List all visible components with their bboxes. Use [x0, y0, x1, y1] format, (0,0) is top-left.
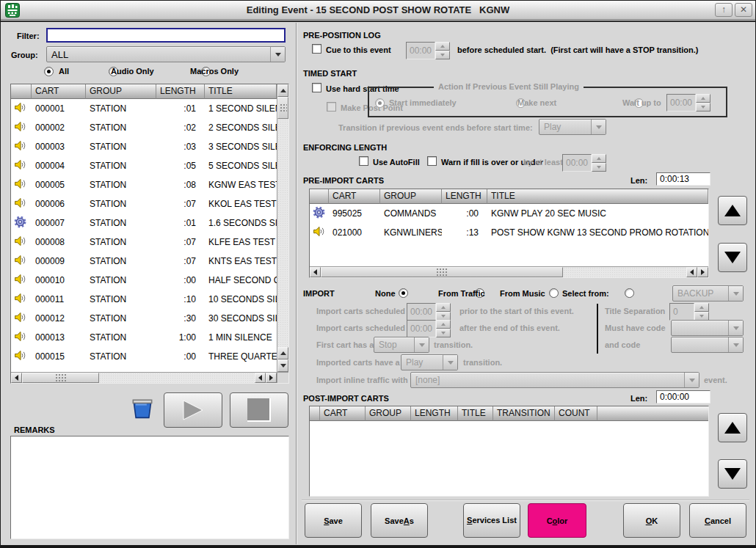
group-select[interactable]: ALL: [46, 46, 286, 62]
col-count[interactable]: COUNT: [555, 406, 597, 421]
vscroll-track[interactable]: [277, 119, 288, 347]
pre-import-row[interactable]: 995025 COMMANDS :00 KGNW PLAY 20 SEC MUS…: [310, 204, 708, 223]
cue-to-event-checkbox[interactable]: [312, 44, 321, 54]
cart-list-row[interactable]: 000013 STATION 1:00 1 MIN SILENCE: [11, 328, 277, 347]
cancel-button[interactable]: Cancel: [689, 503, 746, 538]
col-icon: [310, 189, 329, 204]
scroll-right-icon[interactable]: [266, 373, 277, 383]
cart-list-row[interactable]: 000001 STATION :01 1 SECOND SILEN: [11, 99, 277, 118]
col-group[interactable]: GROUP: [86, 84, 156, 99]
play-cart-button[interactable]: [164, 392, 222, 428]
scroll-left-icon[interactable]: [686, 267, 697, 277]
save-button[interactable]: Save: [305, 503, 362, 538]
import-select-from-label[interactable]: Select from:: [562, 289, 609, 298]
cart-list-row[interactable]: 000006 STATION :07 KKOL EAS TEST IN: [11, 194, 277, 213]
scroll-left-icon[interactable]: [11, 373, 22, 383]
import-traffic-label[interactable]: From Traffic: [438, 289, 485, 298]
pre-import-hscrollbar[interactable]: [310, 266, 708, 277]
cart-number: 000005: [32, 180, 86, 190]
radio-all[interactable]: [44, 67, 54, 76]
cart-number: 000011: [32, 294, 86, 304]
cart-list-row[interactable]: 000011 STATION :10 10 SECONDS SILE: [11, 290, 277, 309]
chevron-down-icon: [414, 337, 429, 352]
previous-event-groupbox-title: Action If Previous Event Still Playing: [434, 82, 584, 91]
col-title[interactable]: TITLE: [205, 84, 277, 99]
cart-list-row[interactable]: 000003 STATION :03 3 SECONDS SILEN: [11, 137, 277, 156]
import-none-label[interactable]: None: [375, 289, 396, 298]
edit-event-window: Editing Event - 15 SECOND POST SHOW ROTA…: [0, 0, 756, 548]
pre-import-move-down-button[interactable]: [718, 243, 747, 272]
scroll-up-icon[interactable]: [277, 84, 288, 97]
col-length[interactable]: LENGTH: [156, 84, 205, 99]
hscroll-track[interactable]: [99, 373, 255, 383]
col-length[interactable]: LENGTH: [442, 189, 487, 204]
col-transition[interactable]: TRANSITION: [493, 406, 555, 421]
cart-list-row[interactable]: 000005 STATION :08 KGNW EAS TEST: [11, 175, 277, 194]
radio-macros-only-label[interactable]: Macros Only: [190, 67, 239, 76]
hscroll-thumb[interactable]: [22, 373, 99, 383]
cart-title: 30 SECONDS SILE: [205, 313, 277, 324]
scroll-right-icon[interactable]: [697, 267, 708, 277]
up-arrow-icon: [724, 205, 741, 216]
cart-list-row[interactable]: 000012 STATION :30 30 SECONDS SILE: [11, 309, 277, 328]
cart-list-vscrollbar[interactable]: [277, 84, 288, 383]
trash-drop-icon[interactable]: [128, 395, 156, 425]
ok-button[interactable]: OK: [623, 503, 680, 538]
col-title[interactable]: TITLE: [458, 406, 493, 421]
import-select-from-radio[interactable]: [625, 288, 634, 298]
prior-suffix-label: prior to the start of this event.: [459, 307, 574, 315]
hscroll-thumb[interactable]: [321, 267, 563, 277]
close-button[interactable]: ✕: [735, 3, 752, 17]
hard-start-checkbox[interactable]: [312, 83, 321, 92]
scroll-up-icon[interactable]: [277, 347, 288, 359]
cart-length: :01: [156, 103, 205, 114]
cue-to-event-label[interactable]: Cue to this event: [326, 45, 391, 54]
scroll-left-icon[interactable]: [310, 267, 321, 277]
radio-audio-only-label[interactable]: Audio Only: [111, 67, 154, 76]
col-title[interactable]: TITLE: [487, 189, 708, 204]
cart-length: :01: [156, 218, 205, 228]
color-button[interactable]: Color: [528, 503, 586, 538]
import-none-radio[interactable]: [399, 288, 408, 298]
filter-input[interactable]: [46, 28, 286, 43]
post-import-rows[interactable]: [310, 421, 708, 496]
chevron-down-icon[interactable]: [270, 47, 285, 62]
cart-list-row[interactable]: 000008 STATION :07 KLFE EAS TEST IN: [11, 233, 277, 252]
autofill-checkbox[interactable]: [359, 156, 368, 166]
stop-cart-button[interactable]: [230, 392, 288, 428]
cart-list-row[interactable]: 000004 STATION :05 5 SECONDS SILEN: [11, 156, 277, 175]
vscroll-thumb[interactable]: [277, 97, 288, 119]
col-group[interactable]: GROUP: [366, 406, 411, 421]
cart-list-row[interactable]: 000007 STATION :01 1.6 SECONDS SIL: [11, 213, 277, 233]
post-import-move-up-button[interactable]: [718, 413, 747, 442]
scroll-down-icon[interactable]: [277, 359, 288, 372]
cart-list-hscrollbar[interactable]: [11, 372, 277, 383]
col-length[interactable]: LENGTH: [411, 406, 458, 421]
sched-prior-label: Import carts scheduled: [316, 307, 405, 315]
cart-list-row[interactable]: 000010 STATION :00 HALF SECOND OF: [11, 271, 277, 290]
titlebar[interactable]: Editing Event - 15 SECOND POST SHOW ROTA…: [1, 1, 755, 20]
cart-list-row[interactable]: 000015 STATION :00 THREE QUARTER: [11, 347, 277, 366]
cart-list-row[interactable]: 000009 STATION :07 KNTS EAS TEST IN: [11, 252, 277, 271]
must-have-code-label: Must have code: [605, 324, 666, 332]
scroll-left-icon[interactable]: [255, 373, 266, 383]
autofill-label[interactable]: Use AutoFill: [373, 158, 420, 167]
post-import-move-down-button[interactable]: [718, 459, 747, 489]
remarks-textarea[interactable]: [10, 436, 289, 539]
import-music-label[interactable]: From Music: [500, 289, 545, 298]
radio-all-label[interactable]: All: [59, 67, 69, 76]
col-cart[interactable]: CART: [32, 84, 86, 99]
pre-import-move-up-button[interactable]: [718, 196, 747, 225]
shade-button[interactable]: ↑: [715, 3, 733, 17]
import-music-radio[interactable]: [549, 288, 559, 298]
col-cart[interactable]: CART: [320, 406, 366, 421]
wait-time-spinbox: 00:00: [666, 94, 710, 112]
warn-fill-checkbox[interactable]: [427, 156, 437, 166]
pre-import-row[interactable]: 021000 KGNWLINERS :13 POST SHOW KGNW 13 …: [310, 223, 708, 242]
services-list-button[interactable]: Services List: [463, 503, 520, 538]
col-group[interactable]: GROUP: [380, 189, 442, 204]
save-as-button[interactable]: Save As: [371, 503, 428, 538]
col-cart[interactable]: CART: [329, 189, 380, 204]
hscroll-track[interactable]: [563, 267, 686, 277]
cart-list-row[interactable]: 000002 STATION :02 2 SECONDS SILEN: [11, 118, 277, 137]
